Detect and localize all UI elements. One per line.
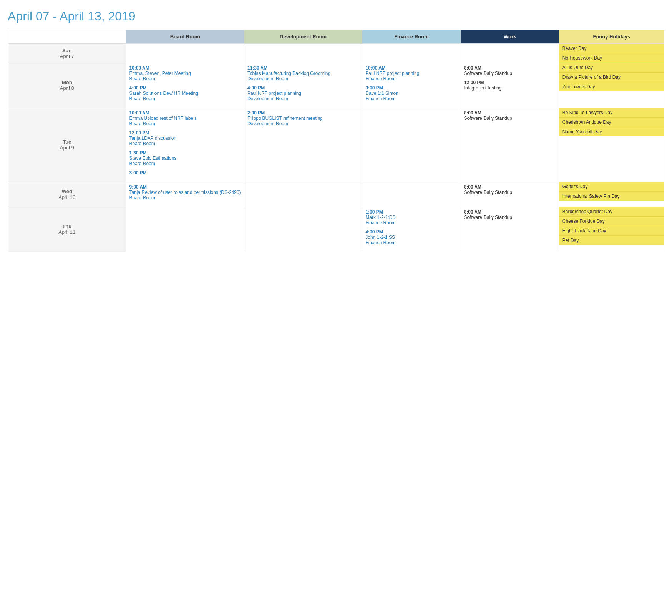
work-cell: 8:00 AM Software Daily Standup12:00 PM I… bbox=[461, 63, 559, 108]
work-event-title: Integration Testing bbox=[464, 85, 556, 91]
holiday-item[interactable]: No Housework Day bbox=[559, 53, 664, 63]
event-location: Development Room bbox=[247, 76, 359, 81]
holiday-item[interactable]: Draw a Picture of a Bird Day bbox=[559, 73, 664, 82]
work-event-block[interactable]: 8:00 AM Software Daily Standup bbox=[464, 184, 556, 195]
day-date: April 8 bbox=[60, 85, 74, 91]
funny-cell: Beaver DayNo Housework Day bbox=[559, 44, 664, 63]
event-block[interactable]: 9:00 AM Tanja Review of user roles and p… bbox=[129, 184, 241, 200]
event-time: 10:00 AM bbox=[129, 110, 241, 116]
event-location: Board Room bbox=[129, 96, 241, 101]
event-time: 11:30 AM bbox=[247, 65, 359, 71]
event-time: 4:00 PM bbox=[247, 85, 359, 91]
header-board: Board Room bbox=[126, 30, 244, 44]
event-time: 2:00 PM bbox=[247, 110, 359, 116]
event-time: 9:00 AM bbox=[129, 184, 241, 190]
event-block[interactable]: 10:00 AM Emma, Steven, Peter Meeting Boa… bbox=[129, 65, 241, 81]
work-event-block[interactable]: 8:00 AM Software Daily Standup bbox=[464, 209, 556, 220]
event-block[interactable]: 12:00 PM Tanja LDAP discussion Board Roo… bbox=[129, 130, 241, 146]
day-label: ThuApril 11 bbox=[8, 207, 126, 252]
event-block[interactable]: 3:00 PM Dave 1:1 Simon Finance Room bbox=[365, 85, 457, 101]
event-title: Paul NRF project planning bbox=[247, 91, 359, 96]
event-title: Paul NRF project planning bbox=[365, 71, 457, 76]
holiday-item[interactable]: Pet Day bbox=[559, 236, 664, 245]
funny-cell: All is Ours DayDraw a Picture of a Bird … bbox=[559, 63, 664, 108]
event-block[interactable]: 3:00 PM bbox=[129, 170, 241, 176]
work-event-time: 8:00 AM bbox=[464, 184, 556, 190]
calendar-wrapper: Board Room Development Room Finance Room… bbox=[0, 30, 672, 260]
event-title: Dave 1:1 Simon bbox=[365, 91, 457, 96]
work-event-block[interactable]: 12:00 PM Integration Testing bbox=[464, 80, 556, 91]
holiday-item[interactable]: Barbershop Quartet Day bbox=[559, 207, 664, 217]
holiday-item[interactable]: Name Yourself Day bbox=[559, 127, 664, 136]
finance-cell: 1:00 PM Mark 1-2-1:DD Finance Room4:00 P… bbox=[362, 207, 461, 252]
day-label: SunApril 7 bbox=[8, 44, 126, 63]
day-label: TueApril 9 bbox=[8, 108, 126, 182]
event-block[interactable]: 4:00 PM Paul NRF project planning Develo… bbox=[247, 85, 359, 101]
holiday-item[interactable]: Beaver Day bbox=[559, 44, 664, 53]
event-block[interactable]: 2:00 PM Filippo BUGLIST refinement meeti… bbox=[247, 110, 359, 126]
work-event-title: Software Daily Standup bbox=[464, 190, 556, 195]
calendar-row: MonApril 810:00 AM Emma, Steven, Peter M… bbox=[8, 63, 664, 108]
calendar-header: Board Room Development Room Finance Room… bbox=[8, 30, 664, 44]
event-time: 10:00 AM bbox=[365, 65, 457, 71]
event-location: Finance Room bbox=[365, 76, 457, 81]
calendar-row: ThuApril 111:00 PM Mark 1-2-1:DD Finance… bbox=[8, 207, 664, 252]
header-work: Work bbox=[461, 30, 559, 44]
calendar-table: Board Room Development Room Finance Room… bbox=[8, 30, 664, 252]
dev-cell: 2:00 PM Filippo BUGLIST refinement meeti… bbox=[244, 108, 362, 182]
header-funny: Funny Holidays bbox=[559, 30, 664, 44]
day-date: April 10 bbox=[58, 194, 75, 200]
work-event-block[interactable]: 8:00 AM Software Daily Standup bbox=[464, 65, 556, 76]
event-block[interactable]: 4:00 PM John 1-2-1:SS Finance Room bbox=[365, 229, 457, 245]
holiday-item[interactable]: Cheese Fondue Day bbox=[559, 217, 664, 226]
event-title: Filippo BUGLIST refinement meeting bbox=[247, 116, 359, 121]
board-cell: 10:00 AM Emma, Steven, Peter Meeting Boa… bbox=[126, 63, 244, 108]
dev-cell bbox=[244, 207, 362, 252]
event-time: 1:30 PM bbox=[129, 150, 241, 156]
event-block[interactable]: 4:00 PM Sarah Solutions Dev/ HR Meeting … bbox=[129, 85, 241, 101]
calendar-row: WedApril 109:00 AM Tanja Review of user … bbox=[8, 182, 664, 207]
event-location: Board Room bbox=[129, 195, 241, 200]
calendar-row: TueApril 910:00 AM Emma Upload rest of N… bbox=[8, 108, 664, 182]
finance-cell bbox=[362, 44, 461, 63]
holiday-item[interactable]: All is Ours Day bbox=[559, 63, 664, 73]
event-block[interactable]: 10:00 AM Paul NRF project planning Finan… bbox=[365, 65, 457, 81]
calendar-body: SunApril 7Beaver DayNo Housework DayMonA… bbox=[8, 44, 664, 252]
page-title: April 07 - April 13, 2019 bbox=[0, 0, 672, 30]
day-name: Sun bbox=[62, 48, 72, 53]
holiday-item[interactable]: International Safety Pin Day bbox=[559, 192, 664, 201]
board-cell: 9:00 AM Tanja Review of user roles and p… bbox=[126, 182, 244, 207]
event-location: Board Room bbox=[129, 76, 241, 81]
event-location: Board Room bbox=[129, 141, 241, 146]
holiday-item[interactable]: Golfer's Day bbox=[559, 182, 664, 192]
event-block[interactable]: 10:00 AM Emma Upload rest of NRF labels … bbox=[129, 110, 241, 126]
work-event-title: Software Daily Standup bbox=[464, 116, 556, 121]
event-location: Finance Room bbox=[365, 96, 457, 101]
event-location: Board Room bbox=[129, 161, 241, 166]
work-event-time: 8:00 AM bbox=[464, 65, 556, 71]
event-title: Emma Upload rest of NRF labels bbox=[129, 116, 241, 121]
work-event-block[interactable]: 8:00 AM Software Daily Standup bbox=[464, 110, 556, 121]
work-cell: 8:00 AM Software Daily Standup bbox=[461, 108, 559, 182]
dev-cell bbox=[244, 44, 362, 63]
event-block[interactable]: 11:30 AM Tobias Manufacturing Backlog Gr… bbox=[247, 65, 359, 81]
event-block[interactable]: 1:30 PM Steve Epic Estimations Board Roo… bbox=[129, 150, 241, 166]
holiday-item[interactable]: Be Kind To Lawyers Day bbox=[559, 108, 664, 118]
holiday-item[interactable]: Cherish An Antique Day bbox=[559, 118, 664, 127]
event-title: Emma, Steven, Peter Meeting bbox=[129, 71, 241, 76]
event-time: 4:00 PM bbox=[365, 229, 457, 235]
board-cell bbox=[126, 44, 244, 63]
finance-cell bbox=[362, 182, 461, 207]
event-block[interactable]: 1:00 PM Mark 1-2-1:DD Finance Room bbox=[365, 209, 457, 225]
event-title: Mark 1-2-1:DD bbox=[365, 215, 457, 220]
event-location: Finance Room bbox=[365, 240, 457, 245]
dev-cell bbox=[244, 182, 362, 207]
holiday-item[interactable]: Eight Track Tape Day bbox=[559, 226, 664, 236]
calendar-row: SunApril 7Beaver DayNo Housework Day bbox=[8, 44, 664, 63]
header-day bbox=[8, 30, 126, 44]
event-time: 12:00 PM bbox=[129, 130, 241, 136]
day-name: Tue bbox=[63, 139, 71, 145]
holiday-item[interactable]: Zoo Lovers Day bbox=[559, 82, 664, 91]
event-title: Tanja Review of user roles and permissio… bbox=[129, 190, 241, 195]
event-title: Tobias Manufacturing Backlog Grooming bbox=[247, 71, 359, 76]
